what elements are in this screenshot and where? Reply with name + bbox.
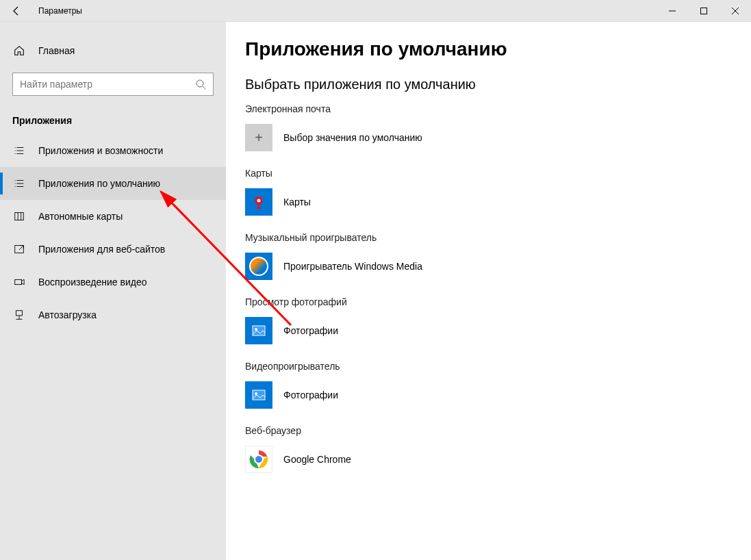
- sidebar-item-label: Автономные карты: [38, 211, 123, 222]
- page-title: Приложения по умолчанию: [245, 38, 751, 60]
- search-box[interactable]: [12, 73, 214, 96]
- app-name-label: Фотографии: [283, 325, 338, 336]
- app-name-label: Google Chrome: [283, 454, 351, 465]
- photos-app-icon: [245, 381, 272, 409]
- svg-marker-24: [22, 279, 25, 284]
- default-app-email[interactable]: + Выбор значения по умолчанию: [245, 124, 751, 151]
- app-name-label: Проигрыватель Windows Media: [283, 261, 422, 272]
- arrow-left-icon: [11, 5, 22, 16]
- sidebar-item-label: Воспроизведение видео: [38, 277, 147, 288]
- app-name-label: Карты: [283, 196, 311, 207]
- content-area: Приложения по умолчанию Выбрать приложен…: [226, 22, 751, 560]
- search-icon: [195, 79, 206, 90]
- default-app-music[interactable]: Проигрыватель Windows Media: [245, 253, 751, 280]
- map-icon: [12, 209, 26, 223]
- list-icon: [12, 144, 26, 157]
- defaults-icon: [12, 177, 26, 190]
- app-name-label: Фотографии: [283, 390, 338, 400]
- sidebar-item-label: Автозагрузка: [38, 309, 97, 320]
- minimize-button[interactable]: [657, 0, 688, 22]
- wmp-app-icon: [245, 253, 272, 280]
- sidebar-item-label: Приложения для веб-сайтов: [38, 244, 165, 255]
- svg-point-29: [257, 199, 261, 203]
- sidebar-item-label: Приложения по умолчанию: [38, 178, 160, 189]
- category-label: Карты: [245, 168, 751, 179]
- default-app-browser[interactable]: Google Chrome: [245, 446, 751, 473]
- sidebar-item-startup[interactable]: Автозагрузка: [0, 298, 226, 331]
- home-icon: [12, 44, 26, 58]
- svg-line-22: [19, 246, 23, 250]
- svg-point-33: [255, 392, 257, 395]
- startup-icon: [12, 308, 26, 322]
- video-icon: [12, 275, 26, 289]
- svg-rect-23: [15, 279, 22, 284]
- sidebar-item-video-playback[interactable]: Воспроизведение видео: [0, 266, 226, 298]
- sidebar-item-website-apps[interactable]: Приложения для веб-сайтов: [0, 233, 226, 266]
- window-title: Параметры: [38, 6, 82, 16]
- sidebar-heading: Приложения: [12, 115, 214, 126]
- sidebar-home-label: Главная: [38, 45, 75, 56]
- default-app-maps[interactable]: Карты: [245, 188, 751, 216]
- svg-point-31: [255, 328, 257, 331]
- close-icon: [732, 8, 739, 14]
- sidebar-home[interactable]: Главная: [0, 38, 226, 63]
- svg-point-37: [255, 455, 263, 463]
- website-icon: [12, 242, 26, 256]
- maximize-button[interactable]: [688, 0, 720, 22]
- category-label: Веб-браузер: [245, 425, 751, 436]
- titlebar: Параметры: [0, 0, 751, 22]
- category-label: Электронная почта: [245, 103, 751, 114]
- back-button[interactable]: [0, 0, 33, 22]
- sidebar: Главная Приложения Приложения и возможно…: [0, 22, 226, 560]
- photos-app-icon: [245, 317, 272, 344]
- svg-point-4: [196, 80, 203, 87]
- app-name-label: Выбор значения по умолчанию: [283, 132, 422, 143]
- sidebar-item-offline-maps[interactable]: Автономные карты: [0, 200, 226, 233]
- maps-app-icon: [245, 188, 272, 216]
- section-title: Выбрать приложения по умолчанию: [245, 77, 751, 92]
- sidebar-item-apps-features[interactable]: Приложения и возможности: [0, 134, 226, 167]
- maximize-icon: [700, 8, 707, 14]
- chrome-app-icon: [245, 446, 272, 473]
- svg-line-5: [203, 86, 205, 89]
- sidebar-item-label: Приложения и возможности: [38, 145, 163, 156]
- search-input[interactable]: [20, 79, 195, 90]
- sidebar-item-default-apps[interactable]: Приложения по умолчанию: [0, 167, 226, 200]
- svg-rect-25: [16, 311, 23, 316]
- default-app-video[interactable]: Фотографии: [245, 381, 751, 409]
- window-controls: [657, 0, 751, 22]
- default-app-photos[interactable]: Фотографии: [245, 317, 751, 344]
- close-button[interactable]: [720, 0, 751, 22]
- category-label: Просмотр фотографий: [245, 296, 751, 307]
- minimize-icon: [669, 8, 676, 14]
- category-label: Музыкальный проигрыватель: [245, 232, 751, 243]
- svg-rect-1: [701, 8, 707, 14]
- svg-rect-18: [15, 213, 24, 220]
- plus-icon: +: [245, 124, 272, 151]
- category-label: Видеопроигрыватель: [245, 361, 751, 372]
